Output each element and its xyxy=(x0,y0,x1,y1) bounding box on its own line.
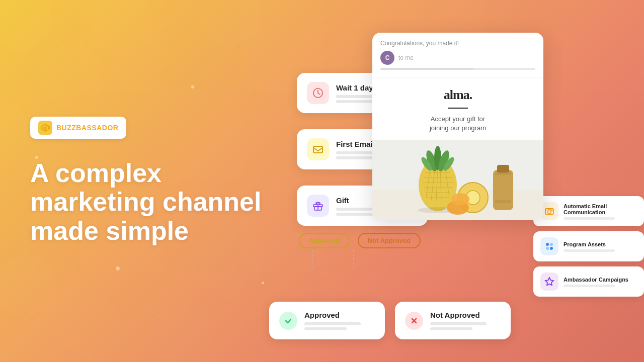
pineapple-illustration xyxy=(372,140,543,220)
approved-badge: Approved xyxy=(299,233,350,248)
email-header: Congratulations, you made it! C to me xyxy=(372,33,543,77)
hero-section: BUZZBASSADOR A complex marketing channel… xyxy=(30,0,272,362)
content-placeholder xyxy=(564,249,615,252)
feature-card-title: Automatic Email Communication xyxy=(564,203,637,215)
hero-title: A complex marketing channel made simple xyxy=(30,159,272,245)
email-from-label: to me xyxy=(398,54,414,61)
svg-point-43 xyxy=(550,243,553,246)
content-placeholder xyxy=(304,327,347,330)
x-icon xyxy=(405,312,423,330)
svg-rect-34 xyxy=(497,165,509,173)
dots-icon xyxy=(540,237,558,255)
feature-card-campaigns: Ambassador Campaigns xyxy=(533,266,644,297)
svg-rect-4 xyxy=(313,146,323,153)
not-approved-badge: Not Approved xyxy=(358,233,421,248)
feature-card-title: Program Assets xyxy=(564,241,637,247)
gift-icon xyxy=(307,195,329,217)
email-product-image xyxy=(372,140,543,220)
email-subject: Congratulations, you made it! xyxy=(380,40,535,47)
svg-rect-36 xyxy=(495,200,511,203)
svg-point-45 xyxy=(550,247,553,250)
result-cards-section: Approved Not Approved xyxy=(269,302,511,339)
feature-card-title: Ambassador Campaigns xyxy=(564,277,637,283)
email-progress-bar xyxy=(380,68,473,70)
content-placeholder xyxy=(430,327,472,330)
result-card-title: Not Approved xyxy=(430,311,501,319)
alma-brand-name: alma. xyxy=(372,77,543,108)
email-progress-bar-container xyxy=(380,68,535,70)
logo-text: BUZZBASSADOR xyxy=(56,124,118,132)
feature-cards-section: Automatic Email Communication Program As… xyxy=(533,196,644,297)
logo-container: BUZZBASSADOR xyxy=(30,117,126,139)
star-icon xyxy=(540,273,558,291)
svg-point-41 xyxy=(551,210,553,211)
svg-rect-35 xyxy=(495,172,511,175)
clock-icon xyxy=(307,82,329,104)
check-icon xyxy=(279,312,297,330)
result-card-content: Not Approved xyxy=(430,311,501,330)
email-preview-card: Congratulations, you made it! C to me al… xyxy=(372,33,543,220)
alma-tagline: Accept your gift forjoining our program xyxy=(372,115,543,140)
svg-rect-33 xyxy=(493,170,513,210)
svg-rect-10 xyxy=(372,140,543,190)
email-icon xyxy=(307,138,329,160)
content-placeholder xyxy=(430,322,487,325)
feature-card-content: Automatic Email Communication xyxy=(564,203,637,220)
svg-point-44 xyxy=(546,247,549,250)
svg-point-42 xyxy=(546,243,549,246)
content-placeholder xyxy=(564,285,615,287)
svg-point-38 xyxy=(451,193,469,205)
email-from-row: C to me xyxy=(380,51,535,65)
result-card-content: Approved xyxy=(304,311,375,330)
feature-card-content: Ambassador Campaigns xyxy=(564,277,637,287)
logo-icon xyxy=(38,121,52,135)
feature-card-content: Program Assets xyxy=(564,241,637,252)
content-placeholder xyxy=(304,322,361,325)
alma-divider xyxy=(448,108,468,109)
content-placeholder xyxy=(564,217,615,220)
feature-card-email: Automatic Email Communication xyxy=(533,196,644,226)
result-card-approved: Approved xyxy=(269,302,385,339)
status-badges-row: Approved Not Approved xyxy=(297,233,428,248)
feature-card-assets: Program Assets xyxy=(533,231,644,261)
result-card-title: Approved xyxy=(304,311,375,319)
result-card-not-approved: Not Approved xyxy=(395,302,511,339)
sender-avatar: C xyxy=(380,51,394,65)
split-connectors xyxy=(297,250,428,268)
email-body: alma. Accept your gift forjoining our pr… xyxy=(372,77,543,220)
